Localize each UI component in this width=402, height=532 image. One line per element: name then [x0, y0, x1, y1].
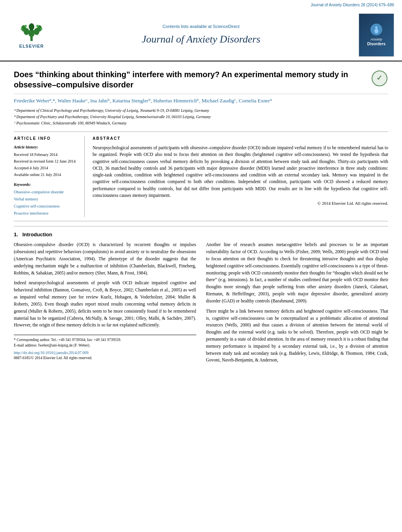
- body-col-right: Another line of research assumes metacog…: [206, 241, 389, 367]
- article-dates: Received 18 February 2014 Received in re…: [14, 151, 80, 178]
- elsevier-tree-icon: [18, 20, 45, 42]
- affiliation-b: ᵇ Department of Psychiatry and Psychothe…: [14, 114, 388, 120]
- email-label: E-mail address:: [14, 343, 37, 347]
- intro-para1: Obsessive–compulsive disorder (OCD) is c…: [14, 241, 196, 276]
- svg-point-8: [36, 25, 39, 27]
- elsevier-logo: ELSEVIER: [8, 20, 55, 49]
- email-note: E-mail address: fweber@uni-leipzig.de (F…: [14, 343, 196, 348]
- svg-point-7: [24, 25, 27, 27]
- email-suffix: (F. Weber).: [74, 343, 90, 347]
- body-two-col: Obsessive–compulsive disorder (OCD) is c…: [14, 241, 388, 367]
- journal-badge: Anxiety Disorders: [359, 13, 394, 57]
- article-title-section: Does “thinking about thinking” interfere…: [14, 61, 388, 94]
- article-title: Does “thinking about thinking” interfere…: [14, 69, 363, 90]
- doi-link[interactable]: http://dx.doi.org/10.1016/j.janxdis.2014…: [14, 350, 196, 356]
- svg-point-12: [374, 29, 378, 33]
- email-link[interactable]: fweber@uni-leipzig.de: [38, 343, 73, 347]
- svg-point-10: [41, 28, 43, 30]
- abstract-text: Neuropsychological assessments of partic…: [93, 145, 388, 199]
- badge-figure-icon: [372, 26, 380, 33]
- keyword-1: Obsessive–compulsive disorder: [14, 189, 80, 196]
- badge-circle-icon: [370, 24, 382, 35]
- article-info-heading: ARTICLE INFO: [14, 136, 80, 141]
- footnote-area: * Corresponding author. Tel.: +49 341 97…: [14, 335, 196, 348]
- keywords-section: Keywords: Obsessive–compulsive disorder …: [14, 182, 80, 217]
- header-right: Anxiety Disorders: [347, 13, 394, 57]
- svg-point-11: [375, 26, 378, 29]
- abstract-copyright: © 2014 Elsevier Ltd. All rights reserved…: [93, 200, 388, 206]
- header: ELSEVIER Contents lists available at Sci…: [0, 9, 402, 61]
- journal-title: Journal of Anxiety Disorders: [55, 32, 347, 46]
- affiliation-a: ᵃ Department of Clinical Psychology and …: [14, 108, 388, 114]
- col-abstract: ABSTRACT Neuropsychological assessments …: [93, 136, 388, 217]
- body-col-left: Obsessive–compulsive disorder (OCD) is c…: [14, 241, 196, 367]
- abstract-heading: ABSTRACT: [93, 136, 388, 141]
- journal-meta: Journal of Anxiety Disorders 28 (2014) 6…: [0, 0, 402, 9]
- affiliations: ᵃ Department of Clinical Psychology and …: [14, 106, 388, 130]
- svg-point-6: [29, 23, 34, 30]
- authors-section: Friederike Weberᵃ,*, Walter Haukeᶜ, Ina …: [14, 94, 388, 106]
- intro-para4: There might be a link between memory def…: [206, 308, 389, 364]
- sciencedirect-link[interactable]: Contents lists available at ScienceDirec…: [55, 24, 347, 30]
- two-col-info-abstract: ARTICLE INFO Article history: Received 1…: [14, 132, 388, 221]
- intro-title: Introduction: [22, 232, 52, 237]
- badge-title2: Disorders: [367, 42, 386, 46]
- badge-title1: Anxiety: [370, 37, 382, 42]
- header-center: Contents lists available at ScienceDirec…: [55, 24, 347, 46]
- header-left: ELSEVIER: [8, 20, 55, 49]
- accepted-date: Accepted 4 July 2014: [14, 165, 80, 171]
- received-date: Received 18 February 2014: [14, 151, 80, 158]
- crossmark[interactable]: ✓: [370, 69, 388, 87]
- article-history-label: Article history:: [14, 145, 80, 150]
- crossmark-icon[interactable]: ✓: [372, 70, 387, 86]
- available-date: Available online 21 July 2014: [14, 171, 80, 178]
- main-content: Does “thinking about thinking” interfere…: [0, 61, 402, 367]
- body-divider: [14, 226, 388, 226]
- page: Journal of Anxiety Disorders 28 (2014) 6…: [0, 0, 402, 532]
- keyword-4: Proactive interference: [14, 210, 80, 217]
- keyword-3: Cognitive self-consciousness: [14, 203, 80, 210]
- corresponding-note: * Corresponding author. Tel.: +49 341 97…: [14, 337, 196, 343]
- affiliation-c: ᶜ Psychosomatic Clinic, Schützenstraße 1…: [14, 120, 388, 126]
- intro-number: 1.: [14, 232, 18, 237]
- authors-text[interactable]: Friederike Weberᵃ,*, Walter Haukeᶜ, Ina …: [14, 98, 272, 104]
- keywords-label: Keywords:: [14, 182, 80, 187]
- issn-line: 0887-6185/© 2014 Elsevier Ltd. All right…: [14, 356, 196, 361]
- elsevier-text: ELSEVIER: [19, 43, 44, 49]
- intro-para2: Indeed neuropsychological assessments of…: [14, 280, 196, 329]
- keyword-2: Verbal memory: [14, 196, 80, 203]
- svg-point-9: [21, 28, 23, 30]
- col-article-info: ARTICLE INFO Article history: Received 1…: [14, 136, 85, 217]
- intro-para3: Another line of research assumes metacog…: [206, 241, 389, 304]
- intro-section-title: 1. Introduction: [14, 231, 388, 238]
- revised-date: Received in revised form 12 June 2014: [14, 158, 80, 165]
